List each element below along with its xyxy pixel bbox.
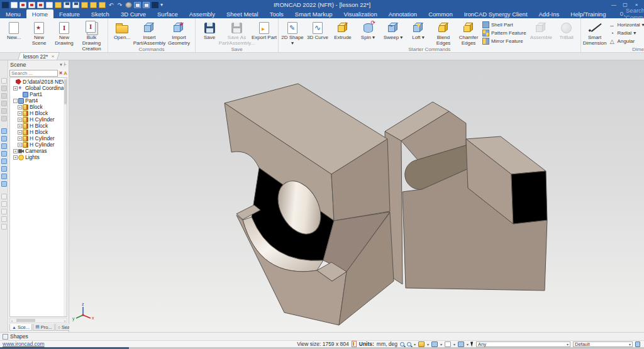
- tab-annotation[interactable]: Annotation: [383, 9, 423, 18]
- sweep-button[interactable]: ~Sweep ▾: [380, 19, 406, 41]
- select-cursor-icon[interactable]: [470, 341, 474, 347]
- tab-smart-markup[interactable]: Smart Markup: [289, 9, 338, 18]
- tab-visualization[interactable]: Visualization: [338, 9, 383, 18]
- document-tab[interactable]: lesson 22* ×: [18, 52, 60, 60]
- new-scene-button[interactable]: New Scene: [26, 19, 52, 47]
- tab-help-training[interactable]: Help/Training: [565, 9, 611, 18]
- panel-toggle-icon[interactable]: [143, 2, 150, 8]
- save-as-button[interactable]: Save As Part/Assembly...: [222, 19, 252, 47]
- tree-horizontal-scrollbar[interactable]: ‹›: [9, 318, 67, 323]
- search-filter-icon[interactable]: A: [64, 70, 67, 76]
- import-geometry-button[interactable]: +Import Geometry: [164, 19, 194, 47]
- shapes-catalog-bar[interactable]: Shapes: [0, 332, 644, 340]
- dimension-tool-icon[interactable]: [1, 216, 7, 222]
- tree-item-h-cylinder[interactable]: +H Cylinder: [10, 135, 67, 141]
- export-icon[interactable]: [99, 2, 106, 8]
- 2d-shape-button[interactable]: 2D Shape ▾: [280, 19, 305, 47]
- new-icon[interactable]: [11, 2, 18, 8]
- loft-button[interactable]: ▼Loft ▾: [406, 19, 431, 41]
- docked-tool-icon[interactable]: [1, 116, 7, 121]
- tab-sketch[interactable]: Sketch: [86, 9, 115, 18]
- mirror-feature-button[interactable]: Mirror Feature: [482, 38, 526, 45]
- panel-tab-properties[interactable]: ▤Pro...: [33, 324, 55, 331]
- tree-vertical-scrollbar[interactable]: [64, 78, 67, 316]
- config-manager-icon[interactable]: [635, 341, 640, 347]
- smart-dimension-button[interactable]: Smart Dimension: [582, 19, 608, 47]
- part-body[interactable]: [225, 84, 547, 325]
- spin-button[interactable]: ⟳Spin ▾: [355, 19, 380, 41]
- catalog-shape-icon[interactable]: [1, 158, 7, 164]
- tree-item-part4[interactable]: -Part4: [10, 97, 67, 104]
- angular-dimension-button[interactable]: △Angular: [609, 38, 644, 45]
- render-mode-icon[interactable]: [431, 341, 438, 347]
- minimize-button[interactable]: —: [609, 1, 619, 8]
- tree-item-h-cylinder[interactable]: +H Cylinder: [10, 116, 67, 123]
- radial-dimension-button[interactable]: ◔Radial ▾: [609, 30, 644, 36]
- scene-search-input[interactable]: [9, 70, 58, 77]
- tree-item-h-cylinder[interactable]: +H Cylinder: [10, 141, 67, 148]
- open-folder-icon[interactable]: [55, 2, 62, 8]
- save-icon[interactable]: [64, 2, 70, 8]
- camera-view-icon[interactable]: [418, 341, 425, 347]
- docked-tool-icon[interactable]: [1, 78, 7, 84]
- new-scene-icon[interactable]: [19, 2, 26, 8]
- 3d-curve-button[interactable]: 3D Curve: [305, 19, 330, 41]
- tab-synergy-client[interactable]: IronCAD Synergy Client: [458, 9, 533, 18]
- list-icon[interactable]: [152, 2, 158, 8]
- redo-icon[interactable]: ↷: [116, 2, 123, 8]
- tab-menu[interactable]: Menu: [0, 9, 26, 18]
- docked-tool-icon[interactable]: [1, 93, 7, 99]
- pattern-feature-button[interactable]: Pattern Feature: [482, 30, 526, 36]
- tab-add-ins[interactable]: Add-Ins: [533, 9, 565, 18]
- ironcad-website-link[interactable]: www.ironcad.com: [3, 341, 45, 347]
- catalog-shape-icon[interactable]: [1, 136, 7, 141]
- command-search[interactable]: Search Commands...: [620, 9, 644, 18]
- configuration-combo[interactable]: Default▾: [573, 341, 633, 347]
- tab-tools[interactable]: Tools: [264, 9, 289, 18]
- tree-item-root[interactable]: D:\data\2018 NEW\Word: [10, 79, 67, 85]
- triball-button[interactable]: TriBall: [554, 19, 579, 41]
- bulk-drawing-creation-button[interactable]: Bulk Drawing Creation: [77, 19, 106, 52]
- horizontal-dimension-button[interactable]: ↔Horizontal ▾: [609, 21, 644, 28]
- save-as-icon[interactable]: [72, 2, 79, 8]
- display-config-icon[interactable]: [445, 341, 451, 347]
- tree-item-global-coordinate[interactable]: +Global Coordinate Sys: [10, 85, 67, 91]
- dimension-tool-icon[interactable]: [1, 224, 7, 230]
- insert-part-assembly-button[interactable]: Insert Part/Assembly: [135, 19, 164, 47]
- tree-item-h-block[interactable]: +H Block: [10, 110, 67, 116]
- clear-search-icon[interactable]: ×: [59, 70, 62, 76]
- settings-icon[interactable]: [81, 2, 88, 8]
- new-drawing-icon[interactable]: [28, 2, 35, 8]
- panel-pin-icon[interactable]: ⊦: [64, 62, 67, 67]
- docked-tool-icon[interactable]: [1, 108, 7, 114]
- tab-3d-curve[interactable]: 3D Curve: [115, 9, 152, 18]
- zoom-window-icon[interactable]: [407, 342, 411, 346]
- new-drawing-button[interactable]: New Drawing: [52, 19, 77, 47]
- tab-assembly[interactable]: Assembly: [184, 9, 221, 18]
- snapshot-icon[interactable]: [134, 2, 141, 8]
- docked-tool-icon[interactable]: [1, 86, 7, 91]
- dimension-tool-icon[interactable]: [1, 201, 7, 207]
- render-icon[interactable]: [125, 2, 132, 8]
- panel-dropdown-icon[interactable]: ▾: [60, 62, 62, 67]
- undo-icon[interactable]: ↶: [108, 2, 114, 8]
- docked-tool-icon[interactable]: [1, 101, 7, 106]
- tree-item-cameras[interactable]: +Cameras: [10, 148, 67, 154]
- new-button[interactable]: New...: [1, 19, 26, 41]
- catalog-shape-icon[interactable]: [1, 174, 7, 179]
- perspective-icon[interactable]: [458, 341, 464, 347]
- open-template-icon[interactable]: [46, 2, 53, 8]
- tab-surface[interactable]: Surface: [152, 9, 184, 18]
- tree-item-part1[interactable]: Part1: [10, 91, 67, 97]
- chamfer-edges-button[interactable]: Chamfer Edges: [456, 19, 481, 47]
- assemble-button[interactable]: Assemble: [529, 19, 554, 41]
- viewport-3d[interactable]: z x y: [69, 60, 644, 332]
- qat-overflow-icon[interactable]: ▾: [160, 2, 163, 8]
- tree-item-lights[interactable]: +Lights: [10, 154, 67, 160]
- bulk-drawing-icon[interactable]: [37, 2, 44, 8]
- dimension-tool-icon[interactable]: [1, 209, 7, 214]
- tab-common[interactable]: Common: [423, 9, 458, 18]
- tree-item-h-block[interactable]: +H Block: [10, 129, 67, 135]
- catalog-shape-icon[interactable]: [1, 181, 7, 187]
- tree-item-block[interactable]: +Block: [10, 104, 67, 110]
